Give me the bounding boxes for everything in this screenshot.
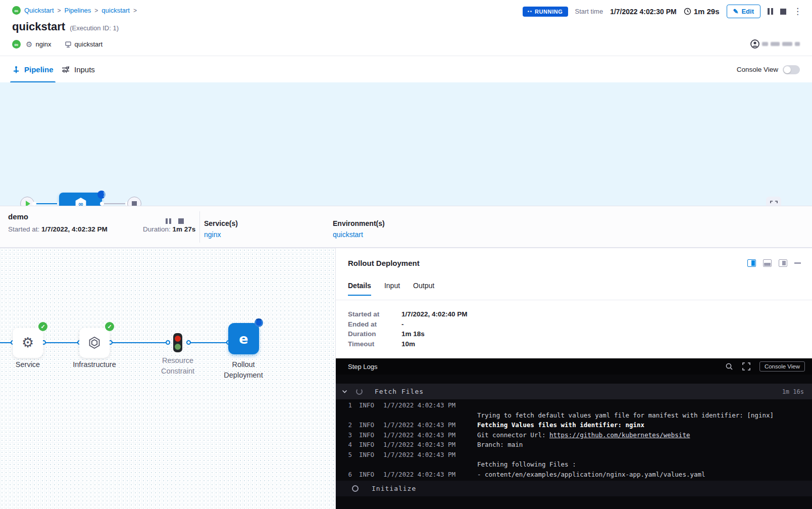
section-name: Fetch Files [375,388,424,395]
detail-row: Duration 1m 18s [348,329,468,339]
meta-service-name[interactable]: nginx [35,40,51,48]
red-light-icon [175,336,181,342]
step-logs-console: Step Logs Console View Fetch Files 1m 16… [336,358,812,509]
breadcrumb: ∞ Quickstart > Pipelines > quickstart > [12,6,137,15]
meta-row: ∞ ⚙ nginx quickstart [12,40,111,49]
meta-environment-name[interactable]: quickstart [75,40,103,48]
panel-title: Rollout Deployment [348,259,420,267]
duration-label: Duration: [143,225,171,233]
stage-info-name: demo [8,212,28,221]
section-running-spinner-icon [356,388,363,395]
log-line: 6INFO1/7/2022 4:02:43 PM- content/en/exa… [336,470,812,480]
header: ∞ Quickstart > Pipelines > quickstart > … [0,0,812,56]
user-info [750,39,800,49]
details-table: Started at 1/7/2022, 4:02:40 PM Ended at… [348,309,468,349]
breadcrumb-separator: > [133,7,137,14]
tab-pipeline[interactable]: Pipeline [12,56,54,83]
environment-link[interactable]: quickstart [333,230,385,239]
log-line: Fetching following Files : [336,459,812,470]
edge [188,342,228,343]
logs-console-view-button[interactable]: Console View [759,361,805,372]
log-section-initialize[interactable]: Initialize [336,481,812,496]
started-at-label: Started at: [8,225,39,233]
start-time-label: Start time [575,8,603,15]
log-lines[interactable]: 1INFO1/7/2022 4:02:43 PM Trying to fetch… [336,400,812,479]
step-node-rollout-deployment[interactable]: e [228,323,259,354]
stage-stop-button[interactable] [178,218,184,224]
connector-dot[interactable] [100,202,104,206]
stage-graph-canvas[interactable]: ∞ demo + − [0,82,812,206]
running-spinner-icon [528,11,532,12]
stage-running-spinner-icon [97,191,106,199]
redacted-text [795,42,800,46]
chevron-down-icon[interactable] [342,389,347,394]
connector-dot[interactable] [186,340,191,345]
step-node-resource-constraint[interactable] [173,333,182,352]
breadcrumb-separator: > [94,7,98,14]
success-check-icon: ✓ [105,322,114,331]
service-step-icon: ⚙ [22,336,34,350]
section-name: Initialize [372,485,416,492]
layout-float-button[interactable] [779,259,787,267]
edit-button[interactable]: ✎ Edit [727,5,760,18]
layout-right-button[interactable] [747,259,756,267]
execution-id-label: (Execution ID: 1) [70,24,119,32]
connector-dot[interactable] [32,202,36,206]
view-tabbar: Pipeline Inputs Console View [0,56,812,82]
rollout-step-icon: e [239,331,248,347]
more-options-button[interactable]: ⋮ [793,7,802,16]
git-connector-link[interactable]: https://github.com/kubernetes/website [549,431,690,439]
service-link[interactable]: nginx [204,230,238,239]
start-time-value: 1/7/2022 4:02:30 PM [610,8,677,16]
section-pending-icon [352,485,359,492]
breadcrumb-pipelines[interactable]: Pipelines [65,7,91,14]
edge [43,342,79,343]
log-section-fetch-files[interactable]: Fetch Files 1m 16s [336,384,812,399]
search-icon[interactable] [725,362,733,371]
pipeline-execution-page: ∞ Quickstart > Pipelines > quickstart > … [0,0,812,509]
minimize-panel-button[interactable] [794,262,801,264]
step-label-infrastructure: Infrastructure [64,359,125,370]
edge-start-to-stage [34,203,59,204]
divider [336,300,812,300]
tab-input[interactable]: Input [384,282,400,296]
deployment-type-icon: ∞ [12,40,21,49]
step-node-infrastructure[interactable] [79,328,110,358]
breadcrumb-pipeline-name[interactable]: quickstart [102,7,130,14]
duration-value: 1m 27s [173,225,196,233]
environments-label: Environment(s) [333,219,385,227]
layout-bottom-button[interactable] [763,259,772,267]
pause-execution-button[interactable] [768,8,773,15]
abort-execution-button[interactable] [780,9,786,15]
panel-layout-controls [747,259,801,267]
tab-inputs[interactable]: Inputs [62,56,95,83]
redacted-text [771,42,780,46]
log-line: 2INFO1/7/2022 4:02:43 PMFetching Values … [336,420,812,430]
tab-output[interactable]: Output [413,282,434,296]
redacted-text [782,42,792,46]
stage-info-bar: demo Started at: 1/7/2022, 4:02:32 PM Du… [0,206,812,248]
redacted-text [762,42,768,46]
step-label-resource-constraint: Resource Constraint [147,355,208,377]
service-gear-icon: ⚙ [26,40,32,48]
connector-dot[interactable] [166,340,170,345]
execution-graph-canvas[interactable]: ⚙ ✓ ✓ e Service Infrastructure Resource … [0,248,335,509]
breadcrumb-project[interactable]: Quickstart [24,7,54,14]
step-label-service: Service [0,359,58,370]
step-logs-title: Step Logs [348,363,378,371]
stage-pause-button[interactable] [166,218,171,224]
services-label: Service(s) [204,219,238,227]
toggle-knob [784,66,791,73]
expand-logs-icon[interactable] [742,362,750,371]
tab-details[interactable]: Details [348,282,371,296]
detail-row: Ended at - [348,319,468,330]
log-line: 5INFO1/7/2022 4:02:43 PM [336,450,812,460]
console-view-toggle[interactable] [783,65,800,74]
environment-icon [65,41,72,48]
harness-logo-icon: ∞ [12,6,21,15]
step-node-service[interactable]: ⚙ [13,328,43,358]
avatar-icon [750,39,759,49]
edge [110,342,168,343]
log-line: 1INFO1/7/2022 4:02:43 PM [336,400,812,410]
inputs-icon [62,66,70,73]
